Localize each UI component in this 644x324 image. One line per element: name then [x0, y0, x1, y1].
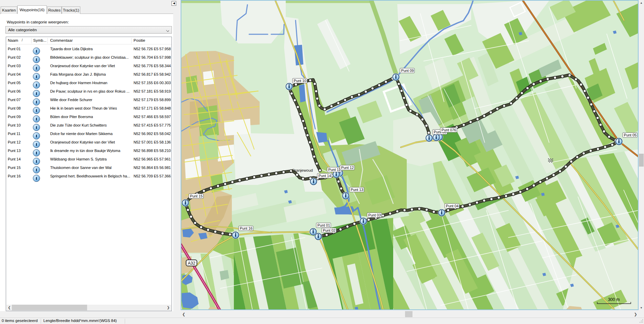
- svg-text:Punt 12: Punt 12: [341, 166, 354, 170]
- svg-text:Punt 04: Punt 04: [446, 204, 459, 208]
- svg-text:Punt 02: Punt 02: [323, 228, 336, 232]
- svg-text:Punt 14: Punt 14: [319, 174, 331, 178]
- svg-text:A32: A32: [188, 261, 195, 266]
- svg-text:Oranjewoud: Oranjewoud: [292, 168, 313, 172]
- svg-text:Punt 11: Punt 11: [328, 168, 341, 172]
- svg-text:Punt 076: Punt 076: [442, 128, 456, 132]
- svg-text:Punt 15: Punt 15: [190, 194, 203, 198]
- svg-text:Punt 09: Punt 09: [401, 69, 414, 73]
- svg-text:Punt 13: Punt 13: [351, 188, 363, 192]
- svg-text:Punt 01: Punt 01: [318, 223, 330, 227]
- svg-text:Punt 03: Punt 03: [368, 213, 381, 217]
- svg-text:Punt 05: Punt 05: [624, 133, 637, 137]
- svg-text:300 m: 300 m: [608, 297, 620, 302]
- svg-text:Punt 10: Punt 10: [294, 79, 306, 83]
- svg-text:Punt 16: Punt 16: [240, 226, 253, 230]
